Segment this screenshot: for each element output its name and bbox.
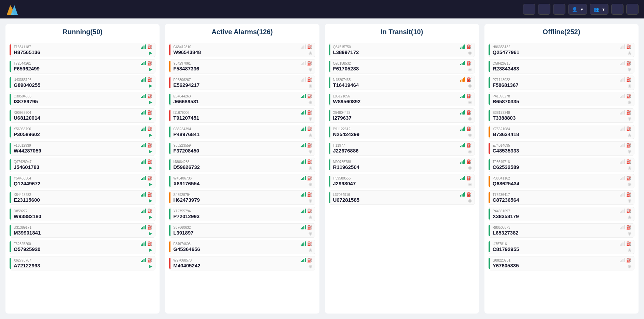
list-item[interactable]: Y12755794P72012993⛽◉ xyxy=(169,207,315,221)
status-bar xyxy=(489,77,490,88)
card-name: J66689531 xyxy=(173,98,298,104)
list-item[interactable]: F16812939W44287059⛽▶ xyxy=(10,141,155,156)
list-item[interactable]: X62776767A72122993⛽▶ xyxy=(10,256,155,270)
list-item[interactable]: R80508673L65327382⛽◉ xyxy=(489,223,634,238)
fuel-icon: ⛽ xyxy=(626,143,631,148)
column-alarms: Active Alarms(126)G68412810W96543848⛽◉Y3… xyxy=(165,24,319,314)
fuel-icon: ⛽ xyxy=(147,258,152,263)
list-item[interactable]: Q58426713R28843483⛽◉ xyxy=(489,59,634,74)
list-item[interactable]: W27068578M40405242⛽◉ xyxy=(169,256,315,270)
fuel-icon: ⛽ xyxy=(147,209,152,213)
card-content: X54804463I279637 xyxy=(333,111,458,121)
list-item[interactable]: T93649716C62532589⛽◉ xyxy=(489,158,634,172)
list-item[interactable]: Y54466504Q12449672⛽▶ xyxy=(10,174,155,188)
status-bar xyxy=(329,176,330,187)
column-title-alarms: Active Alarms(126) xyxy=(169,28,315,39)
status-icon: ◉ xyxy=(628,50,631,55)
list-item[interactable]: T72644261F65962499⛽▶ xyxy=(10,59,155,74)
list-item[interactable]: F34974608G45364656⛽◉ xyxy=(169,240,315,254)
card-name: U67281585 xyxy=(333,197,458,203)
card-id: M90735788 xyxy=(333,160,458,164)
list-item[interactable]: L85121856W89560892⛽◉ xyxy=(329,92,475,106)
list-item[interactable]: G88223751Y67605835⛽◉ xyxy=(489,256,634,270)
list-item[interactable]: E54844263J66689531⛽◉ xyxy=(169,92,315,106)
list-item[interactable]: F62825200O57925920⛽▶ xyxy=(10,240,155,254)
status-icon: ◉ xyxy=(309,214,312,220)
list-item[interactable]: P71148022F58681367⛽◉ xyxy=(489,76,634,90)
list-item[interactable]: T13341187H87565136⛽▶ xyxy=(10,43,155,57)
info-button[interactable] xyxy=(538,4,550,15)
card-icons: ⛽◉ xyxy=(460,77,472,88)
list-item[interactable]: P30841162Q68625434⛽◉ xyxy=(489,174,634,188)
icons-top-row: ⛽ xyxy=(460,61,472,66)
card-content: N48207435T16419464 xyxy=(333,78,458,88)
card-content: H59580555J2998047 xyxy=(333,176,458,186)
list-item[interactable]: Y56968790P30589602⛽▶ xyxy=(10,125,155,139)
list-item[interactable]: Y34297061F58487336⛽◉ xyxy=(169,59,315,74)
card-icons: ⛽◉ xyxy=(460,44,472,55)
card-content: Q84515750L38997172 xyxy=(333,45,458,55)
icons-top-row: ⛽ xyxy=(460,192,472,197)
list-item[interactable]: C30504586I38789795⛽▶ xyxy=(10,92,155,106)
list-item[interactable]: D859272W93882180⛽▶ xyxy=(10,207,155,221)
list-item[interactable]: X90953604U68120014⛽▶ xyxy=(10,108,155,123)
refresh-button[interactable] xyxy=(523,4,535,15)
list-item[interactable]: W43406736X89176554⛽◉ xyxy=(169,174,315,188)
list-item[interactable]: I11679002T91207451⛽◉ xyxy=(169,108,315,123)
list-item[interactable]: N48207435T16419464⛽◉ xyxy=(329,76,475,90)
list-item[interactable]: P91122612N25424299⛽◉ xyxy=(329,125,475,139)
status-bar xyxy=(169,225,170,236)
edit-button[interactable] xyxy=(611,4,624,15)
link-button[interactable] xyxy=(553,4,565,15)
list-item[interactable]: Q84515750L38997172⛽◉ xyxy=(329,43,475,57)
list-item[interactable]: H59580555J2998047⛽◉ xyxy=(329,174,475,188)
list-item[interactable]: P41098278B65870335⛽◉ xyxy=(489,92,634,106)
list-item[interactable]: Y68223559F37208450⛽◉ xyxy=(169,141,315,156)
mine-button[interactable]: 👤 ▾ xyxy=(568,4,587,15)
list-item[interactable]: E74014095C48535333⛽◉ xyxy=(489,141,634,156)
status-bar xyxy=(489,209,490,220)
icons-top-row: ⛽ xyxy=(301,94,312,98)
icons-bottom-row: ◉ xyxy=(309,116,312,121)
card-id: T72644261 xyxy=(14,62,139,66)
list-item[interactable]: P44351697X38358179⛽◉ xyxy=(489,207,634,221)
list-item[interactable]: X54804463I279637⛽◉ xyxy=(329,108,475,123)
list-item[interactable]: Q97428947J54601783⛽▶ xyxy=(10,158,155,172)
card-name: P30589602 xyxy=(14,131,139,137)
card-content: Q58426713R28843483 xyxy=(493,62,618,71)
status-icon: ◉ xyxy=(628,247,631,252)
card-content: T93649716C62532589 xyxy=(493,160,618,170)
list-item[interactable]: H11977J22676886⛽◉ xyxy=(329,141,475,156)
fuel-icon: ⛽ xyxy=(467,192,472,197)
card-content: S48929794H62473979 xyxy=(173,193,298,203)
card-id: Q84515750 xyxy=(333,45,458,49)
card-content: H11977J22676886 xyxy=(333,144,458,154)
fuel-icon: ⛽ xyxy=(147,225,152,230)
list-item[interactable]: Y75621084B73634418⛽◉ xyxy=(489,125,634,139)
list-item[interactable]: G68412810W96543848⛽◉ xyxy=(169,43,315,57)
list-item[interactable]: S48929794H62473979⛽◉ xyxy=(169,190,315,205)
list-item[interactable]: Q20158532F61705288⛽◉ xyxy=(329,59,475,74)
list-item[interactable]: H86353132Q25477961⛽◉ xyxy=(489,43,634,57)
card-content: F62825200O57925920 xyxy=(14,242,139,252)
list-item[interactable]: X84428282E23115600⛽▶ xyxy=(10,190,155,205)
list-item[interactable]: M90735788R11962504⛽◉ xyxy=(329,158,475,172)
list-item[interactable]: T73436417C87236564⛽◉ xyxy=(489,190,634,205)
add-button[interactable] xyxy=(626,4,639,15)
list-item[interactable]: E38173249T3388803⛽◉ xyxy=(489,108,634,123)
list-item[interactable]: P96306267E56294217⛽◉ xyxy=(169,76,315,90)
list-item[interactable]: I4757816C81792955⛽◉ xyxy=(489,240,634,254)
card-name: E56294217 xyxy=(173,82,298,88)
list-item[interactable]: L37054916U67281585⛽◉ xyxy=(329,190,475,205)
icons-top-row: ⛽ xyxy=(620,143,631,148)
card-icons: ⛽◉ xyxy=(301,77,312,88)
list-item[interactable]: C33284394P48976841⛽◉ xyxy=(169,125,315,139)
list-item[interactable]: U31389171M39901841⛽▶ xyxy=(10,223,155,238)
icons-bottom-row: ▶ xyxy=(149,198,152,203)
list-item[interactable]: U43385196G89040255⛽▶ xyxy=(10,76,155,90)
list-item[interactable]: S67660632L391897⛽◉ xyxy=(169,223,315,238)
list-item[interactable]: I48064285D59626732⛽◉ xyxy=(169,158,315,172)
status-icon: ◉ xyxy=(628,99,631,105)
shared-button[interactable]: 👥 ▾ xyxy=(590,4,608,15)
card-id: E54844263 xyxy=(173,94,298,98)
